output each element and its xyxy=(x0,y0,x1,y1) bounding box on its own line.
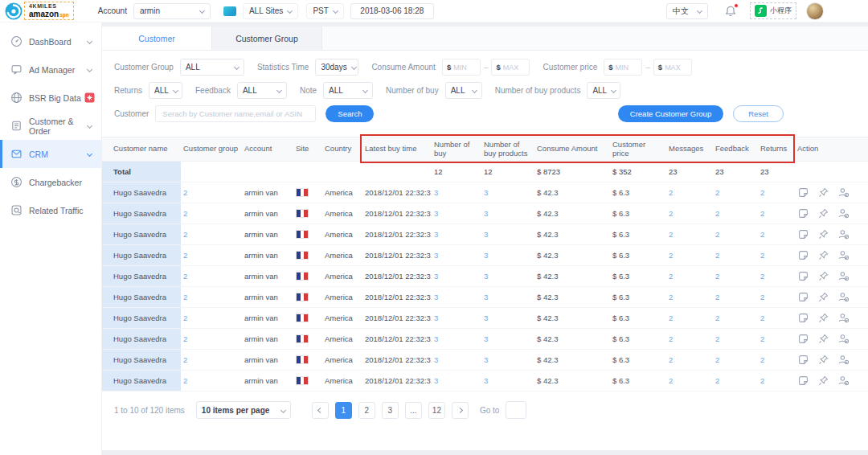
link-customer-group[interactable]: 2 xyxy=(183,251,187,260)
link-number-of-buy-products[interactable]: 3 xyxy=(484,272,488,281)
link-number-of-buy[interactable]: 3 xyxy=(434,209,438,218)
link-messages[interactable]: 2 xyxy=(669,230,673,239)
page-button-1[interactable]: 1 xyxy=(335,402,352,419)
link-number-of-buy-products[interactable]: 3 xyxy=(484,209,488,218)
link-number-of-buy[interactable]: 3 xyxy=(434,293,438,301)
link-customer-group[interactable]: 2 xyxy=(183,188,187,197)
link-feedback[interactable]: 2 xyxy=(715,334,719,343)
link-customer-group[interactable]: 2 xyxy=(183,293,187,301)
add-to-group-icon[interactable] xyxy=(837,354,850,366)
link-messages[interactable]: 2 xyxy=(669,376,673,385)
page-button-12[interactable]: 12 xyxy=(428,402,445,419)
link-number-of-buy[interactable]: 3 xyxy=(434,355,438,364)
link-customer-group[interactable]: 2 xyxy=(183,272,187,281)
add-to-group-icon[interactable] xyxy=(837,375,850,387)
filter-input-customer-price-min[interactable]: $MIN xyxy=(604,59,642,76)
link-number-of-buy-products[interactable]: 3 xyxy=(484,251,488,260)
link-number-of-buy-products[interactable]: 3 xyxy=(484,314,488,322)
link-messages[interactable]: 2 xyxy=(669,272,673,281)
filter-select-returns[interactable]: ALL xyxy=(149,82,182,99)
search-button[interactable]: Search xyxy=(326,105,374,122)
note-icon[interactable] xyxy=(797,187,809,199)
filter-select-number-of-buy-products[interactable]: ALL xyxy=(587,82,620,99)
filter-select-customer-group[interactable]: ALL xyxy=(180,59,244,76)
link-number-of-buy[interactable]: 3 xyxy=(434,188,438,197)
items-per-page-select[interactable]: 10 items per page xyxy=(196,401,291,419)
link-number-of-buy[interactable]: 3 xyxy=(434,376,438,385)
sidebar-item-dashboard[interactable]: DashBoard xyxy=(0,27,101,55)
note-icon[interactable] xyxy=(797,249,809,261)
link-number-of-buy[interactable]: 3 xyxy=(434,230,438,239)
add-to-group-icon[interactable] xyxy=(837,312,850,324)
link-customer-group[interactable]: 2 xyxy=(183,376,187,385)
filter-select-number-of-buy[interactable]: ALL xyxy=(445,82,482,99)
sidebar-item-bsr-big-data[interactable]: BSR Big Data xyxy=(0,84,101,112)
link-returns[interactable]: 2 xyxy=(760,314,764,322)
sites-select[interactable]: ALL Sites xyxy=(243,3,298,19)
link-returns[interactable]: 2 xyxy=(760,272,764,281)
note-icon[interactable] xyxy=(797,291,809,303)
pin-icon[interactable] xyxy=(817,270,829,282)
pin-icon[interactable] xyxy=(817,312,829,324)
add-to-group-icon[interactable] xyxy=(837,228,850,240)
link-feedback[interactable]: 2 xyxy=(715,376,719,385)
link-feedback[interactable]: 2 xyxy=(715,293,719,301)
link-number-of-buy[interactable]: 3 xyxy=(434,251,438,260)
user-avatar[interactable] xyxy=(806,2,824,20)
page-button-3[interactable]: 3 xyxy=(382,402,399,419)
link-customer-group[interactable]: 2 xyxy=(183,314,187,322)
link-customer-group[interactable]: 2 xyxy=(183,334,187,343)
link-feedback[interactable]: 2 xyxy=(715,314,719,322)
note-icon[interactable] xyxy=(797,375,809,387)
sidebar-item-customer-order[interactable]: Customer & Order xyxy=(0,112,101,140)
link-returns[interactable]: 2 xyxy=(760,188,764,197)
language-select[interactable]: 中文 xyxy=(666,3,708,19)
page-button-2[interactable]: 2 xyxy=(358,402,375,419)
add-to-group-icon[interactable] xyxy=(837,291,850,303)
mini-program-button[interactable]: 小程序 xyxy=(750,2,796,19)
note-icon[interactable] xyxy=(797,228,809,240)
link-messages[interactable]: 2 xyxy=(669,251,673,260)
add-to-group-icon[interactable] xyxy=(837,249,850,261)
next-page-button[interactable] xyxy=(452,402,469,419)
note-icon[interactable] xyxy=(797,354,809,366)
link-messages[interactable]: 2 xyxy=(669,188,673,197)
link-feedback[interactable]: 2 xyxy=(715,272,719,281)
link-feedback[interactable]: 2 xyxy=(715,188,719,197)
pin-icon[interactable] xyxy=(817,333,829,345)
pin-icon[interactable] xyxy=(817,291,829,303)
goto-page-input[interactable] xyxy=(506,401,526,419)
link-returns[interactable]: 2 xyxy=(760,209,764,218)
link-number-of-buy-products[interactable]: 3 xyxy=(484,355,488,364)
add-to-group-icon[interactable] xyxy=(837,333,850,345)
link-messages[interactable]: 2 xyxy=(669,293,673,301)
prev-page-button[interactable] xyxy=(312,402,329,419)
link-messages[interactable]: 2 xyxy=(669,334,673,343)
link-feedback[interactable]: 2 xyxy=(715,230,719,239)
filter-select-note[interactable]: ALL xyxy=(323,82,373,99)
link-customer-group[interactable]: 2 xyxy=(183,209,187,218)
note-icon[interactable] xyxy=(797,270,809,282)
page-button-ellipsis[interactable]: ... xyxy=(405,402,422,419)
link-messages[interactable]: 2 xyxy=(669,355,673,364)
link-feedback[interactable]: 2 xyxy=(715,355,719,364)
pin-icon[interactable] xyxy=(817,228,829,240)
pin-icon[interactable] xyxy=(817,375,829,387)
reset-button[interactable]: Reset xyxy=(733,105,784,122)
link-number-of-buy-products[interactable]: 3 xyxy=(484,188,488,197)
link-messages[interactable]: 2 xyxy=(669,209,673,218)
link-number-of-buy-products[interactable]: 3 xyxy=(484,334,488,343)
link-messages[interactable]: 2 xyxy=(669,314,673,322)
pin-icon[interactable] xyxy=(817,187,829,199)
tab-customer[interactable]: Customer xyxy=(102,27,212,50)
sidebar-item-chargebacker[interactable]: Chargebacker xyxy=(0,168,101,196)
note-icon[interactable] xyxy=(797,333,809,345)
pin-icon[interactable] xyxy=(817,249,829,261)
link-number-of-buy[interactable]: 3 xyxy=(434,334,438,343)
link-number-of-buy[interactable]: 3 xyxy=(434,272,438,281)
sidebar-item-related-traffic[interactable]: Related Traffic xyxy=(0,196,101,224)
pin-icon[interactable] xyxy=(817,354,829,366)
link-returns[interactable]: 2 xyxy=(760,251,764,260)
sidebar-item-crm[interactable]: CRM xyxy=(0,140,101,168)
link-customer-group[interactable]: 2 xyxy=(183,230,187,239)
